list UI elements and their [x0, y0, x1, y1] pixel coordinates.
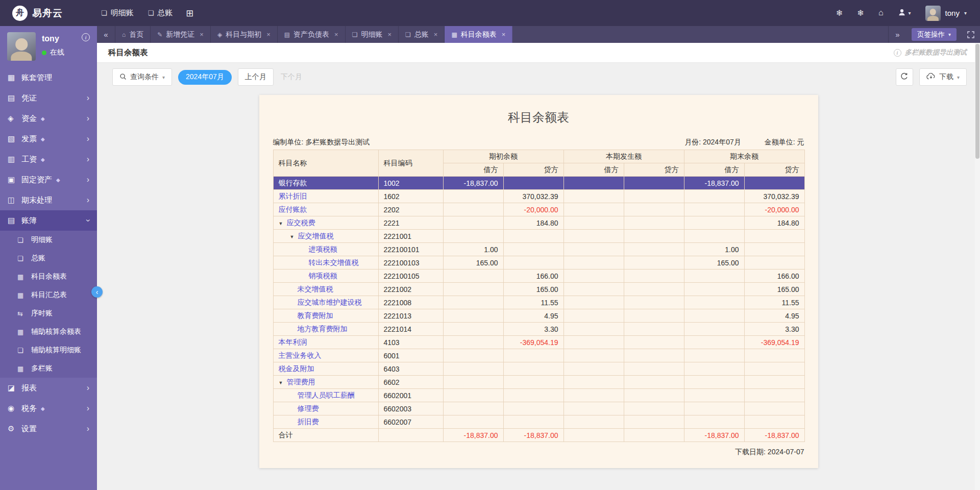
account-name-link[interactable]: 管理人员职工薪酬 — [298, 391, 355, 399]
sidebar-subitem[interactable]: ▦科目余额表 — [0, 267, 97, 286]
tab[interactable]: ✎新增凭证× — [151, 26, 211, 43]
account-name-link[interactable]: 地方教育费附加 — [298, 325, 348, 333]
sidebar-item[interactable]: ◫期末处理› — [0, 190, 97, 210]
sidebar-item[interactable]: ◪报表› — [0, 378, 97, 398]
tab[interactable]: ⌂首页 — [115, 26, 151, 43]
prev-month-button[interactable]: 上个月 — [238, 68, 274, 86]
collapse-arrow-icon[interactable]: ▼ — [279, 380, 287, 385]
sidebar-subitem[interactable]: ▦科目汇总表 — [0, 286, 97, 304]
account-name-link[interactable]: 本年利润 — [279, 338, 307, 346]
table-row[interactable]: 银行存款1002-18,837.00-18,837.00 — [273, 177, 804, 190]
sidebar-item[interactable]: ▧发票◆› — [0, 129, 97, 149]
table-row[interactable]: 转出未交增值税222100103165.00165.00 — [273, 256, 804, 270]
sidebar-item[interactable]: ▤账簿› — [0, 210, 97, 231]
account-name-link[interactable]: 银行存款 — [279, 179, 307, 187]
sidebar-subitem-label: 辅助核算余额表 — [31, 327, 81, 336]
tab[interactable]: ❏总账× — [399, 26, 445, 43]
tab-close-icon[interactable]: × — [266, 31, 271, 38]
account-name-link[interactable]: 未交增值税 — [298, 285, 333, 293]
collapse-arrow-icon[interactable]: ▼ — [279, 221, 287, 226]
table-row[interactable]: 应付账款2202-20,000.00-20,000.00 — [273, 203, 804, 216]
account-name-link[interactable]: 应交税费 — [287, 218, 315, 227]
topbar-nav-item[interactable]: ❏明细账 — [101, 8, 134, 18]
apps-grid-icon[interactable]: ⊞ — [186, 8, 193, 19]
tab-close-icon[interactable]: × — [334, 31, 338, 38]
scrollbar[interactable] — [975, 43, 980, 490]
user-avatar[interactable] — [7, 32, 36, 61]
account-name-link[interactable]: 销项税额 — [309, 272, 337, 280]
account-name-link[interactable]: 税金及附加 — [279, 364, 314, 373]
account-name-link[interactable]: 进项税额 — [309, 245, 337, 253]
tab[interactable]: ▤资产负债表× — [278, 26, 346, 43]
table-row[interactable]: 累计折旧1602370,032.39370,032.39 — [273, 190, 804, 203]
tab-close-icon[interactable]: × — [502, 31, 506, 38]
next-month-button[interactable]: 下个月 — [281, 72, 302, 82]
refresh-button[interactable] — [896, 68, 913, 86]
sidebar-item[interactable]: ◈资金◆› — [0, 108, 97, 129]
query-conditions-button[interactable]: 查询条件 ▾ — [112, 68, 172, 86]
app-logo[interactable]: 舟 易舟云 — [12, 6, 63, 21]
account-name-link[interactable]: 修理费 — [298, 404, 319, 412]
table-row[interactable]: 未交增值税2221002165.00165.00 — [273, 283, 804, 296]
account-name-link[interactable]: 应交增值税 — [298, 232, 334, 240]
sidebar-subitem[interactable]: ❏辅助核算明细账 — [0, 341, 97, 359]
table-row[interactable]: 销项税额222100105166.00166.00 — [273, 270, 804, 283]
download-button[interactable]: 下载 ▾ — [919, 68, 967, 86]
sidebar-item[interactable]: ◉税务◆› — [0, 398, 97, 419]
account-name-link[interactable]: 应付账款 — [279, 205, 307, 213]
collapse-arrow-icon[interactable]: ▼ — [290, 234, 298, 239]
tabs-scroll-right-icon[interactable]: » — [888, 26, 906, 43]
amount-cell: 184.80 — [744, 216, 804, 230]
sidebar-item[interactable]: ⚙设置› — [0, 419, 97, 439]
account-name-link[interactable]: 累计折旧 — [279, 192, 307, 200]
table-row[interactable]: 税金及附加6403 — [273, 362, 804, 376]
account-name-link[interactable]: 应交城市维护建设税 — [298, 298, 362, 306]
sidebar-subitem[interactable]: ❏总账 — [0, 249, 97, 267]
home-icon[interactable]: ⌂ — [878, 8, 884, 18]
info-icon[interactable]: i — [82, 33, 90, 41]
table-row[interactable]: 地方教育费附加22210143.303.30 — [273, 323, 804, 336]
tab[interactable]: ❏明细账× — [346, 26, 399, 43]
account-name-link[interactable]: 折旧费 — [298, 418, 319, 426]
tab-actions-button[interactable]: 页签操作 ▾ — [912, 28, 957, 41]
sidebar-collapse-handle[interactable]: ‹ — [91, 286, 103, 298]
tab[interactable]: ◈科目与期初× — [211, 26, 278, 43]
tab-close-icon[interactable]: × — [200, 31, 204, 38]
snowflake-icon-1[interactable]: ❄ — [836, 8, 843, 18]
scrollbar-thumb[interactable] — [975, 44, 979, 159]
tab[interactable]: ▦科目余额表× — [445, 26, 512, 43]
table-row[interactable]: ▼管理费用6602 — [273, 376, 804, 389]
period-tag[interactable]: 2024年07月 — [178, 70, 232, 85]
account-name-link[interactable]: 主营业务收入 — [279, 351, 322, 359]
sidebar-item[interactable]: ▦账套管理 — [0, 67, 97, 88]
tab-close-icon[interactable]: × — [434, 31, 438, 38]
table-row[interactable]: 进项税额2221001011.001.00 — [273, 243, 804, 256]
tab-close-icon[interactable]: × — [387, 31, 391, 38]
table-row[interactable]: 管理人员职工薪酬6602001 — [273, 389, 804, 402]
fullscreen-icon[interactable] — [962, 31, 980, 38]
topbar-nav-item[interactable]: ❏总账 — [148, 8, 173, 18]
tabs-scroll-left-icon[interactable]: « — [97, 26, 115, 43]
account-name-link[interactable]: 管理费用 — [287, 378, 315, 386]
table-row[interactable]: 应交城市维护建设税222100811.5511.55 — [273, 296, 804, 309]
table-row[interactable]: 合计-18,837.00-18,837.00-18,837.00-18,837.… — [273, 429, 804, 442]
sidebar-subitem[interactable]: ⇆序时账 — [0, 304, 97, 323]
table-row[interactable]: ▼应交增值税2221001 — [273, 230, 804, 243]
table-row[interactable]: ▼应交税费2221184.80184.80 — [273, 216, 804, 230]
sidebar-item[interactable]: ▤凭证› — [0, 88, 97, 108]
sidebar-subitem[interactable]: ❏明细账 — [0, 231, 97, 249]
profile-menu[interactable]: tony ▾ — [925, 6, 967, 21]
table-row[interactable]: 教育费附加22210134.954.95 — [273, 309, 804, 323]
account-name-link[interactable]: 教育费附加 — [298, 311, 333, 320]
snowflake-icon-2[interactable]: ❄ — [857, 8, 864, 18]
sidebar-subitem[interactable]: ▦辅助核算余额表 — [0, 323, 97, 341]
table-row[interactable]: 主营业务收入6001 — [273, 349, 804, 362]
table-row[interactable]: 折旧费6602007 — [273, 415, 804, 429]
sidebar-subitem[interactable]: ▦多栏账 — [0, 359, 97, 378]
table-row[interactable]: 本年利润4103-369,054.19-369,054.19 — [273, 336, 804, 349]
user-menu-button[interactable]: ▾ — [898, 8, 911, 18]
table-row[interactable]: 修理费6602003 — [273, 402, 804, 415]
sidebar-item[interactable]: ▣固定资产◆› — [0, 169, 97, 190]
sidebar-item[interactable]: ▥工资◆› — [0, 149, 97, 169]
account-name-link[interactable]: 转出未交增值税 — [309, 258, 359, 266]
